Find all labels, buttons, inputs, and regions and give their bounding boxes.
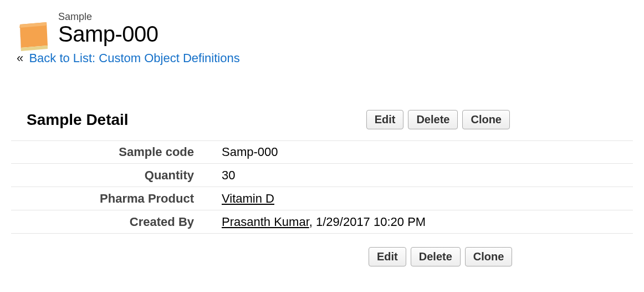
top-button-group: Edit Delete Clone [366, 110, 510, 129]
field-row-sample-code: Sample code Samp-000 [11, 140, 633, 164]
section-title: Sample Detail [27, 111, 129, 129]
field-row-created-by: Created By Prasanth Kumar, 1/29/2017 10:… [11, 210, 633, 234]
field-label: Sample code [11, 145, 211, 159]
delete-button[interactable]: Delete [411, 247, 461, 266]
edit-button[interactable]: Edit [366, 110, 404, 129]
back-to-list-link[interactable]: Back to List: Custom Object Definitions [29, 51, 239, 65]
object-type-label: Sample [58, 11, 644, 23]
record-name: Samp-000 [58, 22, 644, 47]
created-by-timestamp: , 1/29/2017 10:20 PM [309, 215, 426, 229]
edit-button[interactable]: Edit [369, 247, 406, 266]
field-row-pharma-product: Pharma Product Vitamin D [11, 187, 633, 210]
bottom-button-group: Edit Delete Clone [369, 247, 633, 266]
field-value: 30 [211, 168, 633, 183]
clone-button[interactable]: Clone [465, 247, 513, 266]
field-label: Pharma Product [11, 192, 211, 206]
clone-button[interactable]: Clone [462, 110, 510, 129]
sample-object-icon [17, 21, 50, 53]
pharma-product-link[interactable]: Vitamin D [222, 192, 274, 205]
breadcrumb: « Back to List: Custom Object Definition… [17, 51, 644, 66]
field-value: Vitamin D [211, 192, 633, 206]
field-row-quantity: Quantity 30 [11, 164, 633, 187]
field-table: Sample code Samp-000 Quantity 30 Pharma … [11, 140, 633, 234]
field-label: Created By [11, 215, 211, 229]
page-header: Sample Samp-000 [0, 0, 644, 47]
field-label: Quantity [11, 168, 211, 183]
field-value: Samp-000 [211, 145, 633, 159]
field-value: Prasanth Kumar, 1/29/2017 10:20 PM [211, 215, 633, 229]
delete-button[interactable]: Delete [408, 110, 458, 129]
detail-section: Sample Detail Edit Delete Clone Sample c… [11, 110, 633, 266]
created-by-user-link[interactable]: Prasanth Kumar [222, 215, 309, 229]
